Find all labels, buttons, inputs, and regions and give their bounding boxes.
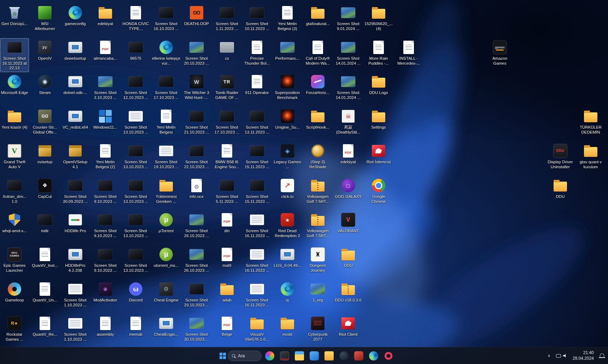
desktop-icon[interactable]: Screen Shot 9.10.2023 ...	[91, 211, 120, 240]
desktop-icon[interactable]: Yüklenmesi Gereken ...	[152, 176, 181, 205]
desktop-icon[interactable]: Screen Shot 13.10.2023 ...	[121, 142, 150, 171]
desktop-icon[interactable]: ◈Legacy Games ...	[273, 142, 302, 171]
desktop-icon[interactable]: HDDlife Pro	[61, 211, 90, 235]
desktop-icon[interactable]: ◉Steam	[30, 72, 59, 97]
desktop-icon[interactable]: ♻Geri Dönüşü...	[0, 4, 29, 28]
desktop-icon[interactable]: Volkswagen Golf 7.5RT...	[303, 176, 332, 205]
desktop-icon[interactable]: 911 Operator	[242, 72, 271, 97]
desktop-icon[interactable]: Call of Duty® Modern Wa...	[303, 38, 332, 67]
desktop-icon[interactable]: gtav quant v kurulum	[576, 142, 605, 171]
desktop-icon[interactable]: Screen Shot 17.10.2023 ...	[152, 72, 181, 101]
desktop-icon[interactable]: Yeni klasör (4)	[0, 107, 29, 131]
desktop-icon[interactable]: Screen Shot 1.10.2023 ...	[61, 314, 90, 343]
desktop-icon[interactable]: More Rain Puddles -...	[364, 38, 393, 67]
desktop-icon[interactable]: QuantV_Inst...	[30, 245, 59, 270]
taskbar-pinned-game-app[interactable]	[278, 349, 291, 363]
desktop-icon[interactable]: Settings	[364, 107, 393, 131]
desktop-icon[interactable]: gamesAmazon Games	[485, 38, 514, 67]
desktop-icon[interactable]: Screen Shot 13.11.2023 ...	[242, 107, 271, 136]
desktop-icon[interactable]: cs	[212, 38, 241, 63]
desktop-icon[interactable]: whql-amd-s...	[0, 211, 29, 235]
desktop-icon[interactable]: Screen Shot 22.10.2023 ...	[182, 142, 211, 171]
desktop-icon[interactable]: DDUDisplay Driver Uninstaller	[546, 142, 575, 171]
desktop-icon[interactable]: Screen Shot 10.11.2023 ...	[242, 4, 271, 33]
taskbar-folder-shortcut[interactable]	[322, 349, 336, 363]
desktop-icon[interactable]: Yeni Metin Belgesi (2)	[91, 142, 120, 171]
desktop-icon[interactable]: 96575	[121, 38, 150, 63]
desktop-icon[interactable]: adab	[212, 280, 241, 304]
tray-network-volume-button[interactable]	[554, 349, 569, 363]
desktop-icon[interactable]: MSI Afterburner	[30, 4, 59, 33]
taskbar-blue-app[interactable]	[308, 349, 321, 363]
notifications-button[interactable]	[597, 349, 607, 363]
desktop-icon[interactable]: Screen Shot 15.11.2023 ...	[242, 176, 271, 205]
desktop-icon[interactable]: ❖CapCut	[30, 176, 59, 201]
desktop-icon[interactable]: ellerine kelepçe vur...	[152, 38, 181, 67]
desktop-icon[interactable]: ovisetup	[30, 142, 59, 166]
desktop-icon[interactable]: Screen Shot 30.10.2023 ...	[182, 314, 211, 343]
desktop-icon[interactable]: Riot Client	[334, 314, 363, 339]
desktop-icon[interactable]: Screen Shot 16.11.2023 ...	[242, 211, 271, 240]
desktop-icon[interactable]: Screen Shot 12.10.2023 ...	[121, 72, 150, 101]
desktop-icon[interactable]: VVALORANT	[334, 211, 363, 235]
desktop-icon[interactable]: ★Red Dead Redemption 2	[273, 211, 302, 240]
desktop-icon[interactable]: dotnet-sdk-...	[61, 72, 90, 97]
desktop-icon[interactable]: TRTomb Raider GAME OF ...	[212, 72, 241, 101]
desktop-icon[interactable]: Screen Shot 26.10.2023 ...	[182, 245, 211, 274]
desktop-icon[interactable]: 1529506620_... (4)	[364, 4, 393, 33]
desktop-icon[interactable]: IVOpenIV	[30, 38, 59, 63]
desktop-icon[interactable]: CheatEngin...	[152, 314, 181, 339]
desktop-icon[interactable]: Screen Shot 9.01.2024 ...	[334, 4, 363, 33]
desktop-icon[interactable]: ωDiscord	[121, 280, 150, 304]
desktop-icon[interactable]: EPIC GAMESEpic Games Launcher	[0, 245, 29, 274]
desktop-icon[interactable]: Screen Shot 16.10.2023 ...	[152, 4, 181, 33]
desktop-icon[interactable]: Cyberpunk 2077	[303, 314, 332, 343]
taskbar-red-game-app[interactable]	[352, 349, 366, 363]
desktop-icon[interactable]: Microsoft Edge	[0, 72, 29, 97]
desktop-icon[interactable]: QuantV_Un...	[30, 280, 59, 304]
desktop-icon[interactable]: HONDA CIVIC TYPE...	[121, 4, 150, 33]
desktop-icon[interactable]: ScriptHook...	[303, 107, 332, 131]
desktop-icon[interactable]: TÜRKÜLER DEDEMİN	[576, 107, 605, 136]
desktop-icon[interactable]: Screen Shot 16.11.2023 ...	[242, 280, 271, 309]
desktop-icon[interactable]: VisualV 09e576-1.0...	[242, 314, 271, 343]
desktop-icon[interactable]: Screen Shot 3.10.2023 ...	[91, 72, 120, 101]
desktop-icon[interactable]: Yeni Metin Belgesi	[152, 107, 181, 136]
desktop-icon[interactable]: Screen Shot 13.10.2023 ...	[121, 107, 150, 136]
desktop-icon[interactable]: Precise Thunder Bol...	[242, 38, 271, 67]
desktop-icon[interactable]: edebiyat	[91, 4, 120, 28]
desktop-icon[interactable]: VC_redist.x64	[61, 107, 90, 131]
desktop-icon[interactable]: Riot İstemcisi	[364, 142, 393, 166]
desktop-icon[interactable]: □GOG GALAXY	[334, 176, 363, 201]
desktop-icon[interactable]: Screen Shot 29.10.2023 ...	[182, 280, 211, 309]
desktop-icon[interactable]: mods	[273, 314, 302, 339]
desktop-icon[interactable]: Screen Shot 9.10.2023 ...	[91, 245, 120, 274]
desktop-icon[interactable]: ⚙info.ocx	[182, 176, 211, 201]
desktop-icon[interactable]: Screen Shot 21.10.2023 ...	[182, 107, 211, 136]
desktop-icon[interactable]: Screen Shot 13.10.2023 ...	[121, 211, 150, 240]
desktop-icon[interactable]: µμTorrent	[152, 211, 181, 235]
desktop-icon[interactable]: OpenIVSetup 4.1	[61, 142, 90, 171]
desktop-icon[interactable]: Screen Shot 13.10.2023 ...	[121, 176, 150, 205]
taskbar-dark-game-app[interactable]	[337, 349, 351, 363]
desktop-icon[interactable]: INSTALL - Mercedes-...	[394, 38, 423, 67]
desktop-icon[interactable]: VGrand Theft Auto V	[0, 142, 29, 171]
desktop-icon[interactable]: assembly	[91, 314, 120, 339]
desktop-icon[interactable]: Volkswagen Golf 7.5RT...	[303, 211, 332, 240]
taskbar-search[interactable]: Ara	[228, 351, 262, 361]
desktop-icon[interactable]: Windows11...	[91, 107, 120, 131]
desktop-icon[interactable]: PDFdin	[212, 211, 241, 235]
desktop-icon[interactable]: DDU	[334, 245, 363, 270]
desktop-icon[interactable]: Performanc...	[273, 38, 302, 63]
desktop-icon[interactable]: Xotran_driv... 1.0	[0, 176, 29, 205]
desktop-icon[interactable]: ForzaHoriz...	[303, 72, 332, 97]
desktop-icon[interactable]: Screen Shot 17.10.2023 ...	[212, 107, 241, 136]
desktop-icon[interactable]: DDU v18.0.3.6	[334, 280, 363, 304]
desktop-icon[interactable]: Screen Shot 14.01.2024 ...	[334, 38, 363, 67]
desktop[interactable]: ♻Geri Dönüşü...MSI Afterburnergameconfig…	[0, 0, 608, 364]
taskbar-file-explorer[interactable]	[293, 349, 306, 363]
desktop-icon[interactable]: gameconfig	[61, 4, 90, 28]
desktop-icon[interactable]: dxwebsetup	[61, 38, 90, 63]
desktop-icon[interactable]: (Step 3) ReShade	[303, 142, 332, 171]
desktop-icon[interactable]: Unigine_Su...	[273, 107, 302, 131]
